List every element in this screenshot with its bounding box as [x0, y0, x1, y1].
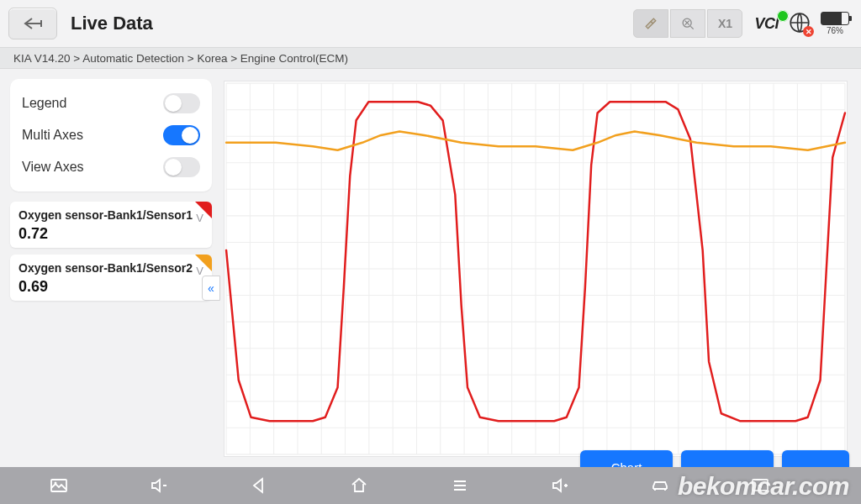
option-view-axes: View Axes: [22, 151, 200, 183]
toolbar: X1: [633, 9, 742, 38]
nav-back-icon[interactable]: [234, 475, 284, 496]
nav-home-icon[interactable]: [334, 475, 384, 496]
option-label: Legend: [22, 96, 66, 111]
toggle-multi-axes[interactable]: [163, 125, 200, 145]
svg-point-46: [656, 488, 658, 490]
action-button-3[interactable]: [782, 450, 849, 467]
svg-point-47: [663, 488, 664, 490]
nav-menu-icon[interactable]: [435, 475, 485, 496]
sensor-card[interactable]: Oxygen sensor-Bank1/Sensor2 V 0.69: [10, 255, 212, 301]
main-area: Legend Multi Axes View Axes Oxygen senso…: [0, 69, 861, 467]
collapse-sidebar-button[interactable]: «: [202, 276, 220, 301]
chart-options-panel: Legend Multi Axes View Axes: [10, 79, 212, 192]
system-nav-bar: [0, 467, 861, 504]
sensor-card[interactable]: Oxygen sensor-Bank1/Sensor1 V 0.72: [10, 202, 212, 248]
sensor-name: Oxygen sensor-Bank1/Sensor2: [18, 261, 203, 275]
volume-up-icon[interactable]: [535, 475, 585, 496]
sensor-value: 0.69: [18, 278, 48, 296]
breadcrumb: KIA V14.20 > Automatic Detection > Korea…: [0, 47, 861, 69]
action-button-2[interactable]: [681, 450, 774, 467]
action-buttons: Chart: [580, 450, 849, 467]
toggle-view-axes[interactable]: [163, 157, 200, 177]
cast-record-icon[interactable]: [735, 475, 785, 496]
option-legend: Legend: [22, 87, 200, 119]
globe-offline-icon: [789, 12, 812, 35]
toggle-legend[interactable]: [163, 93, 200, 113]
page-title: Live Data: [71, 13, 153, 34]
chart-area: [219, 69, 861, 467]
zoom-label[interactable]: X1: [707, 9, 742, 38]
option-label: View Axes: [22, 160, 84, 175]
car-icon[interactable]: [635, 475, 685, 496]
svg-point-45: [54, 482, 56, 485]
brush-icon[interactable]: [633, 9, 668, 38]
sensor-list: Oxygen sensor-Bank1/Sensor1 V 0.72 Oxyge…: [10, 202, 212, 301]
top-bar: Live Data X1 VCI 76%: [0, 0, 861, 47]
sensor-unit: V: [196, 212, 203, 224]
battery-indicator: 76%: [821, 12, 849, 35]
option-multi-axes: Multi Axes: [22, 119, 200, 151]
back-button[interactable]: [8, 8, 57, 39]
sensor-value: 0.72: [18, 225, 48, 243]
volume-down-icon[interactable]: [134, 475, 184, 496]
chevron-left-double-icon: «: [208, 281, 214, 295]
sidebar: Legend Multi Axes View Axes Oxygen senso…: [0, 69, 219, 467]
option-label: Multi Axes: [22, 128, 83, 143]
gallery-icon[interactable]: [34, 475, 84, 496]
chart-canvas[interactable]: [224, 81, 848, 457]
search-x-icon[interactable]: [670, 9, 705, 38]
sensor-name: Oxygen sensor-Bank1/Sensor1: [18, 208, 203, 222]
chart-button[interactable]: Chart: [580, 450, 673, 467]
vci-status-icon: VCI: [754, 15, 779, 33]
